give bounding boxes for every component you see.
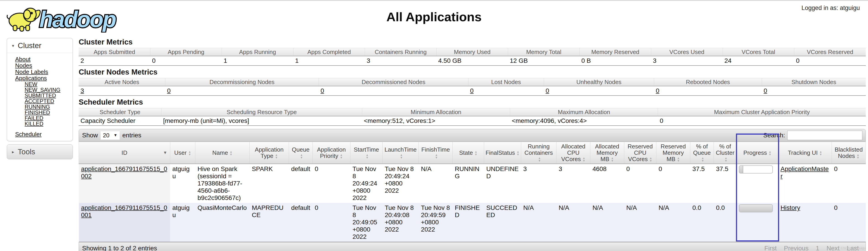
- col-name[interactable]: Name▲▼: [195, 142, 250, 164]
- active-nodes-link[interactable]: 3: [81, 87, 84, 94]
- entries-select-value: 20: [103, 132, 110, 139]
- finishtime-cell: N/A: [419, 164, 453, 203]
- name-cell: Hive on Spark (sessionId = 179386b8-fd77…: [195, 164, 250, 203]
- entries-info: Showing 1 to 2 of 2 entries: [82, 245, 157, 251]
- shutdown-nodes-link[interactable]: 0: [764, 87, 767, 94]
- collapse-triangle-icon: ▾: [12, 43, 14, 49]
- col-starttime[interactable]: StartTime▲▼: [350, 142, 382, 164]
- progress-bar: [739, 165, 773, 174]
- cluster-nav-header[interactable]: ▾ Cluster: [7, 38, 72, 53]
- col-finishtime[interactable]: FinishTime▲▼: [419, 142, 453, 164]
- sidebar-item-node-labels[interactable]: Node Labels: [15, 69, 48, 75]
- reserved-memory-mb-cell: 0: [656, 164, 690, 203]
- sidebar-item-applications[interactable]: Applications: [15, 75, 47, 81]
- vcores-reserved-value: 0: [794, 56, 866, 65]
- col-tracking-ui[interactable]: Tracking UI▲▼: [778, 142, 832, 164]
- entries-select[interactable]: 20 ▼: [101, 131, 120, 139]
- pct-of-queue-cell: 0.0: [690, 203, 714, 242]
- application-type-cell: MAPREDUCE: [250, 203, 289, 242]
- progress-bar-fill: [739, 166, 743, 173]
- progress-bar: [739, 204, 773, 212]
- sidebar-item-scheduler[interactable]: Scheduler: [15, 131, 41, 137]
- reserved-cpu-vcores-cell: N/A: [624, 203, 656, 242]
- sort-icon: ▲▼: [769, 151, 771, 156]
- sort-icon: ▲▼: [188, 151, 191, 156]
- sidebar: ▾ Cluster About Nodes Node Labels Applic…: [7, 38, 73, 159]
- search-control: Search:: [763, 131, 863, 140]
- sidebar-item-finished[interactable]: FINISHED: [25, 109, 50, 115]
- logo-wordmark: hadoop: [39, 6, 116, 32]
- col-progress[interactable]: Progress▲▼: [737, 142, 778, 164]
- col-queue[interactable]: Queue▲▼: [289, 142, 312, 164]
- decommissioned-nodes-link[interactable]: 0: [320, 87, 324, 94]
- tracking-ui-link[interactable]: History: [780, 204, 800, 211]
- cluster-metrics-heading: Cluster Metrics: [79, 38, 866, 46]
- page-previous-button[interactable]: Previous: [780, 244, 812, 251]
- sort-icon: ▲▼: [275, 154, 278, 159]
- sidebar-item-running[interactable]: RUNNING: [25, 104, 50, 109]
- lost-nodes-link[interactable]: 0: [470, 87, 474, 94]
- sort-icon: ▲▼: [611, 157, 614, 162]
- sort-icon: ▲▼: [517, 151, 520, 156]
- reserved-memory-mb-cell: N/A: [656, 203, 690, 242]
- apps-pending-value: 0: [150, 56, 222, 65]
- show-label: Show: [82, 132, 98, 139]
- col-launchtime[interactable]: LaunchTime▲▼: [382, 142, 419, 164]
- sidebar-item-about[interactable]: About: [15, 56, 31, 62]
- page-next-button[interactable]: Next: [823, 244, 843, 251]
- sidebar-item-new-saving[interactable]: NEW_SAVING: [25, 87, 60, 93]
- sort-icon: ▲▼: [229, 151, 232, 156]
- sidebar-item-accepted[interactable]: ACCEPTED: [25, 98, 54, 104]
- finalstatus-cell: UNDEFINED: [484, 164, 521, 203]
- col-apps-running: Apps Running: [222, 48, 293, 56]
- search-input[interactable]: [787, 131, 862, 140]
- tracking-ui-link[interactable]: ApplicationMaster: [780, 165, 829, 180]
- sidebar-item-failed[interactable]: FAILED: [25, 115, 43, 121]
- select-caret-icon: ▼: [114, 133, 117, 137]
- tools-nav-header[interactable]: ▸ Tools: [7, 144, 73, 159]
- col-reserved-cpu-vcores[interactable]: Reserved CPU VCores▲▼: [624, 142, 656, 164]
- page-first-button[interactable]: First: [761, 244, 780, 251]
- sidebar-item-submitted[interactable]: SUBMITTED: [25, 93, 56, 98]
- sidebar-item-nodes[interactable]: Nodes: [15, 62, 32, 69]
- col-state[interactable]: State▲▼: [453, 142, 484, 164]
- queue-cell: default: [289, 203, 312, 242]
- col-application-priority[interactable]: Application Priority▲▼: [312, 142, 350, 164]
- col-reserved-memory-mb[interactable]: Reserved Memory MB▲▼: [656, 142, 690, 164]
- col-pct-of-cluster[interactable]: % of Cluster▲▼: [714, 142, 737, 164]
- main-content: Cluster Metrics Apps Submitted Apps Pend…: [79, 38, 866, 251]
- col-apps-completed: Apps Completed: [293, 48, 365, 56]
- page-number-button[interactable]: 1: [812, 244, 823, 251]
- decommissioning-nodes-link[interactable]: 0: [167, 87, 171, 94]
- col-blacklisted-nodes[interactable]: Blacklisted Nodes▲▼: [832, 142, 866, 164]
- application-id-link[interactable]: application_1667911675515_0002: [81, 165, 167, 180]
- applications-table: ID▼ User▲▼ Name▲▼ Application Type▲▼ Que…: [79, 142, 866, 242]
- running-containers-cell: 3: [521, 164, 556, 203]
- cluster-nav-box: ▾ Cluster About Nodes Node Labels Applic…: [7, 38, 73, 141]
- name-cell: QuasiMonteCarlo: [195, 203, 250, 242]
- col-vcores-reserved: VCores Reserved: [794, 48, 866, 56]
- application-id-link[interactable]: application_1667911675515_0001: [81, 204, 167, 218]
- sort-icon: ▲▼: [857, 154, 860, 159]
- expand-triangle-icon: ▸: [12, 149, 14, 155]
- apps-submitted-value: 2: [79, 56, 150, 65]
- col-pct-of-queue[interactable]: % of Queue▲▼: [690, 142, 714, 164]
- pct-of-cluster-cell: 37.5: [714, 164, 737, 203]
- sidebar-item-killed[interactable]: KILLED: [25, 121, 43, 127]
- unhealthy-nodes-link[interactable]: 0: [546, 87, 549, 94]
- col-allocated-memory-mb[interactable]: Allocated Memory MB▲▼: [590, 142, 624, 164]
- sidebar-item-new[interactable]: NEW: [25, 81, 37, 87]
- vcores-used-value: 3: [651, 56, 723, 65]
- col-id[interactable]: ID▼: [79, 142, 170, 164]
- launchtime-cell: Tue Nov 8 20:49:08 +0800 2022: [382, 203, 419, 242]
- state-cell: RUNNING: [453, 164, 484, 203]
- col-application-type[interactable]: Application Type▲▼: [250, 142, 289, 164]
- rebooted-nodes-link[interactable]: 0: [656, 87, 659, 94]
- col-running-containers[interactable]: Running Containers▲▼: [521, 142, 556, 164]
- col-finalstatus[interactable]: FinalStatus▲▼: [484, 142, 521, 164]
- col-allocated-cpu-vcores[interactable]: Allocated CPU VCores▲▼: [556, 142, 590, 164]
- user-cell: atguigu: [170, 164, 195, 203]
- page-header: hadoop Logged in as: atguigu All Applica…: [0, 1, 868, 35]
- col-decommissioned-nodes: Decommissioned Nodes: [319, 78, 468, 86]
- col-user[interactable]: User▲▼: [170, 142, 195, 164]
